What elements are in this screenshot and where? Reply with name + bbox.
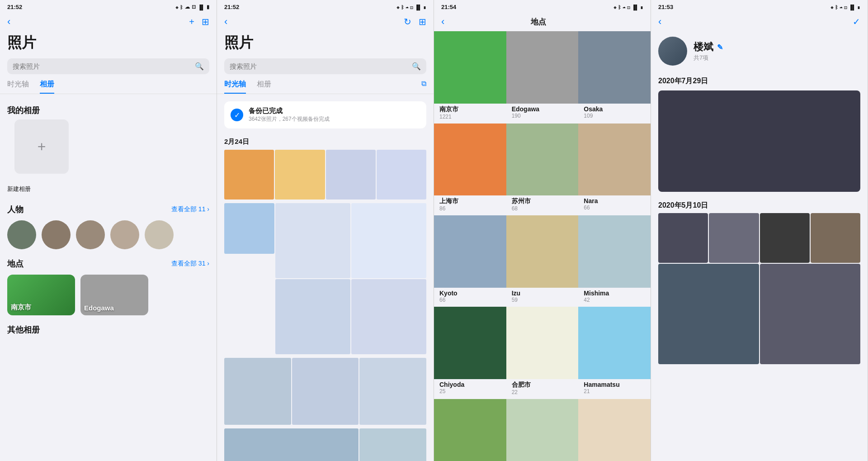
search-bar-1[interactable]: 🔍 bbox=[7, 58, 209, 74]
settings-button-2[interactable]: ⊞ bbox=[419, 16, 426, 27]
copy-icon-2[interactable]: ⧉ bbox=[421, 80, 426, 94]
photo-grid-2-3 bbox=[224, 358, 426, 425]
photo-cell[interactable] bbox=[275, 203, 350, 278]
status-icons-4: ◈ ᛒ ☁ ⊡ ▐▌ ▮ bbox=[830, 5, 860, 10]
place-thumb-extra3 bbox=[578, 399, 651, 461]
person-avatar-2[interactable] bbox=[42, 220, 71, 249]
person-avatar-5[interactable] bbox=[145, 220, 174, 249]
tab-album-1[interactable]: 相册 bbox=[40, 80, 54, 94]
place-count-izu: 59 bbox=[506, 297, 579, 307]
person-avatar-4[interactable] bbox=[110, 220, 139, 249]
photo-cell-4-6[interactable] bbox=[760, 264, 861, 365]
photo-cell[interactable] bbox=[275, 150, 325, 200]
back-button-3[interactable]: ‹ bbox=[441, 16, 444, 28]
back-button-1[interactable]: ‹ bbox=[7, 16, 10, 28]
photo-cell[interactable] bbox=[224, 358, 291, 425]
place-item-mishima[interactable]: Mishima 42 bbox=[578, 215, 651, 307]
tabs-1: 时光轴 相册 bbox=[0, 80, 217, 94]
photo-cell[interactable] bbox=[326, 150, 376, 200]
place-name-nanjing: 南京市 bbox=[434, 104, 506, 114]
place-item-hamamatsu[interactable]: Hamamatsu 21 bbox=[578, 307, 651, 399]
new-album-button[interactable]: + bbox=[14, 119, 69, 174]
back-button-4[interactable]: ‹ bbox=[658, 16, 661, 28]
place-item-suzhou[interactable]: 苏州市 68 bbox=[506, 124, 579, 216]
place-item-hefei[interactable]: 合肥市 22 bbox=[506, 307, 579, 399]
photo-grid-inner bbox=[275, 203, 426, 354]
refresh-button-2[interactable]: ↻ bbox=[404, 16, 411, 27]
people-all-link[interactable]: 查看全部 11 › bbox=[171, 205, 209, 214]
backup-subtitle: 3642张照片，267个视频备份完成 bbox=[249, 115, 330, 123]
person-avatar-3[interactable] bbox=[76, 220, 105, 249]
photo-cell[interactable] bbox=[224, 428, 359, 461]
tab-timeline-2[interactable]: 时光轴 bbox=[224, 80, 246, 94]
back-button-2[interactable]: ‹ bbox=[224, 16, 227, 28]
nav-bar-4: ‹ ✓ bbox=[651, 13, 868, 31]
profile-name-row: 楼斌 ✎ bbox=[693, 40, 723, 54]
place-name-hefei: 合肥市 bbox=[506, 379, 579, 389]
panel-2: 21:52 ◈ ᛒ ☁ ⊡ ▐▌ ▮ ‹ ↻ ⊞ 照片 🔍 时光轴 相册 bbox=[217, 0, 434, 461]
section-title-other: 其他相册 bbox=[7, 324, 40, 335]
place-item-nanjing[interactable]: 南京市 1221 bbox=[434, 31, 506, 124]
photo-cell-4-3[interactable] bbox=[760, 213, 810, 263]
place-name-shanghai: 上海市 bbox=[434, 195, 506, 205]
featured-photo[interactable] bbox=[658, 90, 860, 192]
section-title-people: 人物 bbox=[7, 204, 24, 215]
place-item-osaka[interactable]: Osaka 109 bbox=[578, 31, 651, 124]
photo-cell[interactable] bbox=[351, 203, 426, 278]
new-album-label-text: 新建相册 bbox=[0, 185, 217, 200]
checkmark-button-4[interactable]: ✓ bbox=[853, 16, 860, 27]
place-item-nara[interactable]: Nara 66 bbox=[578, 124, 651, 216]
settings-button-1[interactable]: ⊞ bbox=[202, 16, 209, 27]
photo-cell[interactable] bbox=[377, 150, 426, 200]
search-input-2[interactable] bbox=[230, 62, 408, 70]
place-item-izu[interactable]: Izu 59 bbox=[506, 215, 579, 307]
profile-section: 楼斌 ✎ 共7项 bbox=[651, 31, 868, 73]
edit-profile-icon[interactable]: ✎ bbox=[717, 43, 723, 52]
place-count-suzhou: 68 bbox=[506, 205, 579, 215]
place-item-extra3[interactable] bbox=[578, 399, 651, 461]
featured-photo-container bbox=[658, 90, 860, 192]
photo-cell-4-1[interactable] bbox=[658, 213, 708, 263]
place-label-edogawa: Edogawa bbox=[84, 304, 114, 312]
place-item-kyoto[interactable]: Kyoto 66 bbox=[434, 215, 506, 307]
place-thumb-shanghai bbox=[434, 124, 506, 196]
place-item-extra1[interactable] bbox=[434, 399, 506, 461]
photo-cell[interactable] bbox=[275, 279, 350, 354]
add-button-1[interactable]: + bbox=[189, 17, 194, 27]
place-name-suzhou: 苏州市 bbox=[506, 195, 579, 205]
place-item-shanghai[interactable]: 上海市 86 bbox=[434, 124, 506, 216]
section-title-my-album: 我的相册 bbox=[7, 105, 40, 116]
place-thumb-izu bbox=[506, 215, 579, 288]
nav-actions-2: ↻ ⊞ bbox=[404, 16, 426, 27]
place-card-nanjing[interactable]: 南京市 bbox=[7, 275, 75, 315]
photo-cell-4-4[interactable] bbox=[811, 213, 860, 263]
place-item-chiyoda[interactable]: Chiyoda 25 bbox=[434, 307, 506, 399]
photo-cell[interactable] bbox=[359, 428, 426, 461]
photo-cell[interactable] bbox=[292, 358, 359, 425]
place-name-izu: Izu bbox=[506, 288, 579, 297]
photo-cell[interactable] bbox=[224, 150, 274, 200]
place-card-edogawa[interactable]: Edogawa bbox=[80, 275, 148, 315]
photo-cell-4-2[interactable] bbox=[709, 213, 759, 263]
places-row-3: Kyoto 66 Izu 59 Mishima 42 bbox=[434, 215, 651, 307]
person-avatar-1[interactable] bbox=[7, 220, 36, 249]
tab-timeline-1[interactable]: 时光轴 bbox=[7, 80, 29, 94]
backup-check-icon: ✓ bbox=[231, 109, 243, 121]
search-bar-2[interactable]: 🔍 bbox=[224, 58, 426, 74]
place-item-extra2[interactable] bbox=[506, 399, 579, 461]
place-name-mishima: Mishima bbox=[578, 288, 651, 297]
place-thumb-hamamatsu bbox=[578, 307, 651, 379]
places-all-link[interactable]: 查看全部 31 › bbox=[171, 260, 209, 268]
photo-cell[interactable] bbox=[359, 358, 426, 425]
place-item-edogawa[interactable]: Edogawa 190 bbox=[506, 31, 579, 124]
photo-cell-4-5[interactable] bbox=[658, 264, 759, 365]
place-count-osaka: 109 bbox=[578, 113, 651, 123]
place-count-shanghai: 86 bbox=[434, 205, 506, 215]
photo-cell[interactable] bbox=[224, 203, 274, 253]
photo-cell[interactable] bbox=[351, 279, 426, 354]
tab-album-2[interactable]: 相册 bbox=[257, 80, 271, 94]
place-thumb-hefei bbox=[506, 307, 579, 379]
profile-avatar[interactable] bbox=[658, 37, 687, 66]
search-input-1[interactable] bbox=[13, 62, 191, 70]
place-count-hamamatsu: 21 bbox=[578, 388, 651, 398]
